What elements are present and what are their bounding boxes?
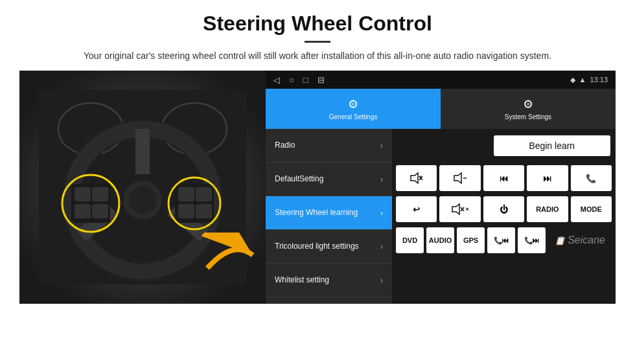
main-content: ◁ ○ □ ⊟ ◆ ▲ 13:13 ⚙ General Settings ⚙ S… xyxy=(19,71,616,304)
svg-rect-17 xyxy=(178,187,194,201)
dvd-button[interactable]: DVD xyxy=(396,227,424,253)
tab-general-label: General Settings xyxy=(329,113,378,120)
arrow-svg xyxy=(201,233,259,278)
volume-up-button[interactable]: + xyxy=(396,165,437,191)
control-grid-row1: + ⏮ ⏭ 📞 xyxy=(392,163,616,194)
phone-hangup-button[interactable]: ↩ xyxy=(396,196,437,222)
status-right: ◆ ▲ 13:13 xyxy=(570,76,608,84)
tab-system-label: System Settings xyxy=(505,113,551,120)
screenshot-icon[interactable]: ⊟ xyxy=(318,75,325,85)
power-button[interactable]: ⏻ xyxy=(483,196,524,222)
svg-marker-28 xyxy=(454,173,461,183)
recent-icon[interactable]: □ xyxy=(303,75,308,85)
menu-item-radio[interactable]: Radio › xyxy=(266,129,392,163)
phone-button[interactable]: 📞 xyxy=(571,165,612,191)
left-menu: Radio › DefaultSetting › Steering Wheel … xyxy=(266,129,392,304)
menu-steering-label: Steering Wheel learning xyxy=(275,208,358,218)
right-controls: Begin learn + xyxy=(392,129,616,304)
control-grid-row2: ↩ × ⏻ RADIO MODE xyxy=(392,194,616,225)
tab-general-settings[interactable]: ⚙ General Settings xyxy=(266,89,441,129)
volume-down-icon xyxy=(453,172,467,184)
gps-button[interactable]: GPS xyxy=(457,227,485,253)
tab-system-settings[interactable]: ⚙ System Settings xyxy=(441,89,616,129)
radio-button[interactable]: RADIO xyxy=(527,196,568,222)
svg-rect-14 xyxy=(75,204,91,218)
begin-learn-button[interactable]: Begin learn xyxy=(494,135,611,156)
mode-button[interactable]: MODE xyxy=(571,196,612,222)
svg-marker-24 xyxy=(411,173,418,183)
status-bar: ◁ ○ □ ⊟ ◆ ▲ 13:13 xyxy=(266,71,616,89)
location-icon: ◆ xyxy=(570,76,575,84)
title-divider xyxy=(305,41,330,43)
chevron-icon-default: › xyxy=(380,175,383,184)
svg-rect-12 xyxy=(75,187,91,201)
menu-item-tricolour[interactable]: Tricoloured light settings › xyxy=(266,230,392,264)
menu-radio-label: Radio xyxy=(275,141,295,151)
chevron-icon-tricolour: › xyxy=(380,242,383,251)
chevron-icon-steering: › xyxy=(380,209,383,218)
nav-icons: ◁ ○ □ ⊟ xyxy=(273,75,325,85)
menu-item-steering[interactable]: Steering Wheel learning › xyxy=(266,196,392,230)
seicane-text: Seicane xyxy=(568,234,605,246)
audio-button[interactable]: AUDIO xyxy=(426,227,454,253)
signal-icon: ▲ xyxy=(579,76,586,84)
android-ui: ◁ ○ □ ⊟ ◆ ▲ 13:13 ⚙ General Settings ⚙ S… xyxy=(266,71,616,304)
svg-rect-15 xyxy=(92,204,108,218)
clock: 13:13 xyxy=(590,76,608,84)
next-track-button[interactable]: ⏭ xyxy=(527,165,568,191)
seicane-logo: 📋 Seicane xyxy=(548,234,612,246)
mute-button[interactable]: × xyxy=(439,196,480,222)
svg-rect-19 xyxy=(178,204,194,218)
tabs-row: ⚙ General Settings ⚙ System Settings xyxy=(266,89,616,129)
menu-whitelist-label: Whitelist setting xyxy=(275,275,329,286)
begin-learn-row: Begin learn xyxy=(392,129,616,163)
mute-icon xyxy=(451,203,465,215)
svg-rect-18 xyxy=(196,187,212,201)
menu-item-whitelist[interactable]: Whitelist setting › xyxy=(266,264,392,297)
svg-text:+: + xyxy=(419,174,422,180)
page-title: Steering Wheel Control xyxy=(39,12,596,36)
chevron-icon-radio: › xyxy=(380,141,383,150)
svg-rect-20 xyxy=(196,204,212,218)
page-header: Steering Wheel Control Your original car… xyxy=(0,0,635,71)
settings-gear-icon: ⚙ xyxy=(348,97,358,111)
car-image-area xyxy=(19,71,266,304)
home-icon[interactable]: ○ xyxy=(289,75,294,85)
svg-text:⏭: ⏭ xyxy=(532,236,539,244)
svg-rect-13 xyxy=(92,187,108,201)
menu-default-label: DefaultSetting xyxy=(275,174,323,185)
svg-marker-30 xyxy=(452,204,459,214)
page-description: Your original car's steering wheel contr… xyxy=(39,49,596,63)
volume-up-icon: + xyxy=(410,172,424,184)
prev-track-button[interactable]: ⏮ xyxy=(483,165,524,191)
svg-text:⏮: ⏮ xyxy=(502,236,509,244)
bottom-row: DVD AUDIO GPS 📞 ⏮ 📞 ⏭ xyxy=(392,225,616,256)
menu-tricolour-label: Tricoloured light settings xyxy=(275,242,359,252)
system-gear-icon: ⚙ xyxy=(523,97,533,111)
phone-prev-button[interactable]: 📞 ⏮ xyxy=(487,227,515,253)
chevron-icon-whitelist: › xyxy=(380,276,383,285)
volume-down-button[interactable] xyxy=(439,165,480,191)
phone-prev-icon: 📞 ⏮ xyxy=(492,234,511,246)
svg-point-10 xyxy=(128,186,157,214)
menu-item-default[interactable]: DefaultSetting › xyxy=(266,163,392,196)
phone-next-icon: 📞 ⏭ xyxy=(523,234,541,246)
back-icon[interactable]: ◁ xyxy=(273,75,280,85)
phone-next-button[interactable]: 📞 ⏭ xyxy=(518,227,546,253)
menu-controls-area: Radio › DefaultSetting › Steering Wheel … xyxy=(266,129,616,304)
